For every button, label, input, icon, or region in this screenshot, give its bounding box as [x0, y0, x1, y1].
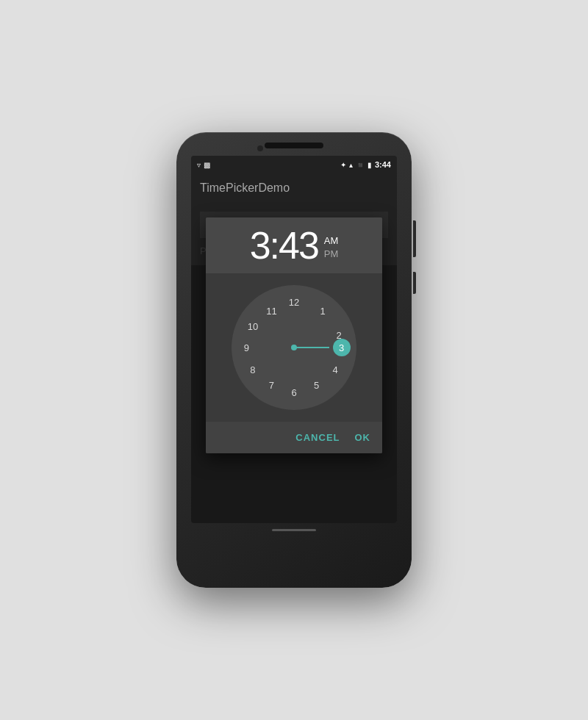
app-bar: TimePickerDemo — [191, 173, 397, 203]
ok-button[interactable]: OK — [352, 428, 374, 447]
time-header: 3:43 AM PM — [206, 217, 382, 273]
pm-button[interactable]: PM — [324, 248, 339, 261]
status-bar: ▿ ▩ ✦ ▴ ◾ ▮ 3:44 — [191, 156, 397, 173]
clock-num-12[interactable]: 12 — [285, 294, 303, 312]
cancel-button[interactable]: CANCEL — [293, 428, 343, 447]
bluetooth-icon: ✦ — [340, 161, 346, 169]
phone-frame: ▿ ▩ ✦ ▴ ◾ ▮ 3:44 TimePickerDemo PICK TIM… — [176, 132, 412, 588]
sim-icon: ▩ — [204, 161, 210, 169]
phone-screen: ▿ ▩ ✦ ▴ ◾ ▮ 3:44 TimePickerDemo PICK TIM… — [191, 156, 397, 523]
am-button[interactable]: AM — [324, 234, 339, 248]
clock-num-4[interactable]: 4 — [326, 361, 344, 379]
wifi-icon: ▴ — [349, 161, 353, 169]
clock-container: 12 1 2 3 4 5 6 7 — [206, 273, 382, 422]
status-time: 3:44 — [375, 160, 391, 169]
signal-icon: ▿ — [197, 161, 201, 169]
time-picker-dialog: 3:43 AM PM — [206, 217, 382, 453]
time-hour-display[interactable]: 3:43 — [250, 226, 318, 264]
clock-num-10[interactable]: 10 — [244, 317, 262, 335]
clock-num-9[interactable]: 9 — [237, 339, 255, 356]
clock-num-11[interactable]: 11 — [262, 303, 280, 320]
clock-num-1[interactable]: 1 — [314, 303, 331, 320]
clock-num-8[interactable]: 8 — [244, 361, 262, 379]
status-icons-left: ▿ ▩ — [197, 161, 210, 169]
battery-icon: ▮ — [368, 161, 372, 169]
power-button — [413, 272, 416, 294]
clock-num-3[interactable]: 3 — [333, 339, 351, 356]
volume-button — [413, 220, 416, 257]
home-indicator — [272, 529, 316, 531]
speaker — [265, 143, 323, 148]
ampm-container: AM PM — [324, 234, 339, 261]
clock-num-7[interactable]: 7 — [262, 376, 280, 394]
dialog-buttons: CANCEL OK — [206, 422, 382, 453]
clock-num-6[interactable]: 6 — [285, 384, 303, 401]
clock-num-5[interactable]: 5 — [308, 376, 326, 394]
clock-face[interactable]: 12 1 2 3 4 5 6 7 — [232, 285, 356, 410]
dialog-overlay: 3:43 AM PM — [191, 203, 397, 523]
clock-center-dot — [292, 345, 296, 350]
camera — [257, 145, 263, 151]
signal-strength-icon: ◾ — [356, 161, 365, 169]
status-icons-right: ✦ ▴ ◾ ▮ 3:44 — [340, 160, 391, 169]
app-title: TimePickerDemo — [200, 181, 290, 195]
